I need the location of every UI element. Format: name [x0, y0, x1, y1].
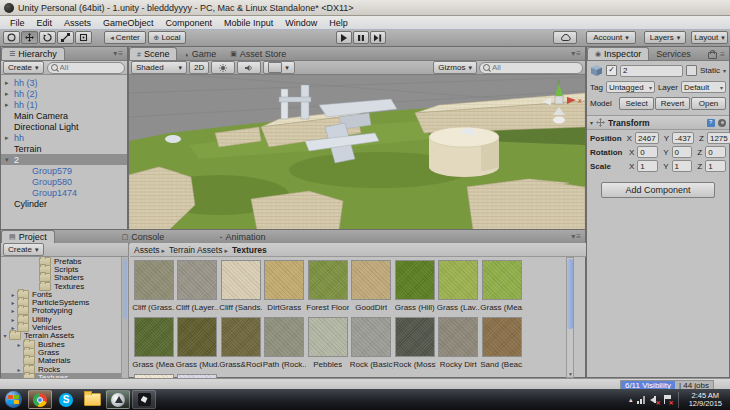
menu-item[interactable]: Edit: [31, 17, 59, 29]
game-tab[interactable]: ◖ Game: [177, 48, 223, 60]
menu-item[interactable]: Assets: [58, 17, 97, 29]
pan-tool-button[interactable]: [3, 31, 20, 44]
menu-item[interactable]: Component: [160, 17, 219, 29]
texture-item[interactable]: Rock (Basic): [350, 317, 394, 374]
scene-effects-dropdown[interactable]: [263, 61, 295, 74]
hierarchy-item[interactable]: Cylinder: [1, 198, 127, 209]
layer-dropdown[interactable]: Default ▾: [681, 81, 726, 93]
hierarchy-item[interactable]: Terrain: [1, 143, 127, 154]
hierarchy-item[interactable]: ▾ 2: [1, 154, 127, 165]
volume-muted-icon[interactable]: ✕: [650, 395, 659, 404]
pivot-toggle-button[interactable]: ◂ Center: [104, 31, 146, 44]
add-component-button[interactable]: Add Component: [601, 182, 715, 198]
hierarchy-item[interactable]: Group579: [1, 165, 127, 176]
texture-item[interactable]: Grass (Lav...: [437, 260, 481, 317]
menu-item[interactable]: Mobile Input: [218, 17, 279, 29]
folder-tree-scrollbar[interactable]: [121, 257, 128, 378]
texture-item[interactable]: Grass&Rock: [219, 317, 263, 374]
transform-z-field[interactable]: 1275: [707, 132, 730, 144]
skype-taskbar-icon[interactable]: S: [54, 390, 78, 409]
foldout-arrow[interactable]: ▾: [1, 332, 9, 339]
static-checkbox[interactable]: [686, 65, 697, 76]
transform-y-field[interactable]: 0: [672, 146, 693, 158]
foldout-arrow[interactable]: ▸: [5, 79, 14, 87]
scale-tool-button[interactable]: [57, 31, 74, 44]
texture-item[interactable]: Grass (Mud...: [176, 317, 220, 374]
taskbar-clock[interactable]: 2:45 AM 12/9/2015: [685, 392, 726, 408]
hierarchy-item[interactable]: ▸ hh (2): [1, 88, 127, 99]
help-book-icon[interactable]: [707, 119, 715, 127]
transform-component-header[interactable]: ▾ Transform: [587, 115, 729, 130]
model-action-button[interactable]: Revert: [655, 97, 690, 110]
start-button[interactable]: [5, 391, 22, 408]
account-dropdown[interactable]: Account: [586, 31, 636, 44]
transform-x-field[interactable]: 1: [637, 160, 658, 172]
foldout-arrow[interactable]: ▸: [5, 101, 14, 109]
asset-store-tab[interactable]: ▣ Asset Store: [223, 48, 293, 60]
transform-foldout-arrow[interactable]: ▾: [590, 119, 593, 126]
hierarchy-item[interactable]: ▸ hh (1): [1, 99, 127, 110]
play-button[interactable]: [336, 31, 352, 44]
transform-x-field[interactable]: 2467: [635, 132, 659, 144]
console-tab[interactable]: ▢ Console: [115, 231, 172, 243]
menu-item[interactable]: Help: [323, 17, 354, 29]
panel-menu-icon[interactable]: ▾≡: [571, 232, 582, 241]
scene-search-input[interactable]: [492, 63, 579, 72]
layers-dropdown[interactable]: Layers: [644, 31, 686, 44]
menu-item[interactable]: Window: [279, 17, 323, 29]
panel-menu-icon[interactable]: ▾≡: [113, 49, 124, 58]
object-name-field[interactable]: 2: [620, 65, 683, 77]
texture-item[interactable]: GoodDirt: [350, 260, 394, 317]
foldout-arrow[interactable]: ▸: [15, 341, 23, 348]
transform-y-field[interactable]: -437: [672, 132, 694, 144]
foldout-arrow[interactable]: ▸: [5, 90, 14, 98]
foldout-arrow[interactable]: ▸: [9, 299, 17, 306]
texture-item[interactable]: Grass (Mea...: [480, 260, 524, 317]
foldout-arrow[interactable]: ▸: [15, 366, 23, 373]
animation-tab[interactable]: ◔ Animation: [211, 231, 272, 243]
texture-item[interactable]: Path (Rock...: [263, 317, 307, 374]
hierarchy-item[interactable]: Main Camera: [1, 110, 127, 121]
cloud-collab-button[interactable]: [553, 31, 577, 44]
2d-toggle-button[interactable]: 2D: [189, 61, 209, 74]
model-action-button[interactable]: Select: [619, 97, 654, 110]
hierarchy-create-button[interactable]: Create: [3, 61, 44, 74]
scene-lighting-toggle[interactable]: [211, 61, 235, 74]
folder-item[interactable]: Materials: [1, 357, 128, 365]
move-tool-button[interactable]: [21, 31, 38, 44]
hierarchy-tab[interactable]: ☰ Hierarchy: [1, 47, 65, 60]
texture-item[interactable]: Grass (Hill): [393, 260, 437, 317]
hierarchy-item[interactable]: Group1474: [1, 187, 127, 198]
rect-tool-button[interactable]: [75, 31, 92, 44]
step-button[interactable]: [370, 31, 386, 44]
breadcrumb-item[interactable]: Textures: [232, 245, 271, 255]
space-toggle-button[interactable]: ⊕ Local: [148, 31, 186, 44]
texture-item[interactable]: Grass (Mea...: [132, 317, 176, 374]
scene-viewport[interactable]: y x: [129, 75, 585, 230]
transform-z-field[interactable]: 0: [705, 146, 726, 158]
texture-item[interactable]: Cliff (Grass...: [132, 260, 176, 317]
tray-expand-icon[interactable]: ▴: [629, 396, 633, 404]
hierarchy-item[interactable]: Group580: [1, 176, 127, 187]
grid-scrollbar[interactable]: ▼: [566, 257, 574, 378]
tag-dropdown[interactable]: Untagged ▾: [606, 81, 655, 93]
hierarchy-search-input[interactable]: [60, 63, 121, 72]
foldout-arrow[interactable]: ▾: [5, 156, 14, 164]
lock-icon[interactable]: [708, 52, 717, 59]
gear-icon[interactable]: [718, 119, 726, 127]
texture-item[interactable]: Forest Floor: [306, 260, 350, 317]
panel-menu-icon[interactable]: ▾≡: [571, 49, 582, 58]
menu-item[interactable]: File: [4, 17, 31, 29]
scroll-down-arrow[interactable]: ▼: [568, 371, 573, 377]
network-icon[interactable]: [637, 395, 646, 404]
transform-y-field[interactable]: 1: [672, 160, 693, 172]
pause-button[interactable]: [353, 31, 369, 44]
shading-mode-dropdown[interactable]: Shaded: [131, 61, 187, 74]
hierarchy-item[interactable]: ▸ hh (3): [1, 77, 127, 88]
project-create-button[interactable]: Create: [3, 243, 44, 256]
app-taskbar-icon[interactable]: [132, 390, 156, 409]
project-tab[interactable]: ▤ Project: [1, 230, 55, 243]
transform-z-field[interactable]: 1: [705, 160, 726, 172]
inspector-tab[interactable]: ◉ Inspector: [587, 47, 649, 60]
scene-audio-toggle[interactable]: [237, 61, 261, 74]
